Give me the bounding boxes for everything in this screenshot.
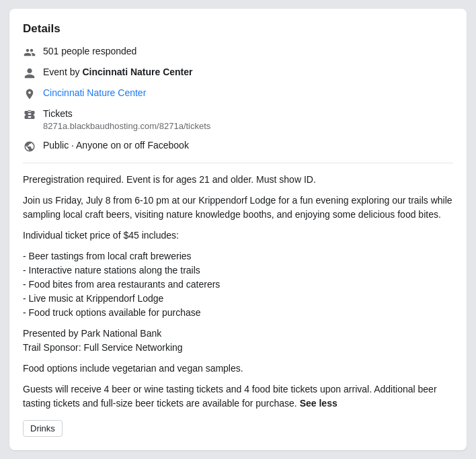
meta-responded: 501 people responded bbox=[23, 45, 453, 59]
desc-food-options: Food options include vegetarian and vega… bbox=[23, 362, 453, 376]
responded-text: 501 people responded bbox=[43, 45, 136, 58]
desc-includes: - Beer tastings from local craft breweri… bbox=[23, 249, 453, 320]
location-link[interactable]: Cincinnati Nature Center bbox=[43, 87, 146, 98]
location-text: Cincinnati Nature Center bbox=[43, 87, 146, 100]
organizer-prefix: Event by bbox=[43, 67, 82, 77]
desc-join: Join us Friday, July 8 from 6-10 pm at o… bbox=[23, 194, 453, 222]
tickets-url: 8271a.blackbaudhosting.com/8271a/tickets bbox=[43, 120, 210, 132]
location-icon bbox=[23, 87, 36, 101]
privacy-text: Public · Anyone on or off Facebook bbox=[43, 139, 189, 153]
tags-row: Drinks bbox=[23, 420, 453, 437]
meta-location: Cincinnati Nature Center bbox=[23, 87, 453, 101]
tickets-text: Tickets 8271a.blackbaudhosting.com/8271a… bbox=[43, 108, 210, 133]
divider bbox=[23, 163, 453, 163]
ticket-icon bbox=[23, 108, 36, 122]
people-icon bbox=[23, 46, 36, 59]
globe-icon bbox=[23, 140, 36, 153]
organizer-text: Event by Cincinnati Nature Center bbox=[43, 66, 193, 79]
tickets-label: Tickets bbox=[43, 108, 73, 119]
person-icon bbox=[23, 67, 36, 80]
organizer-name: Cincinnati Nature Center bbox=[82, 67, 192, 77]
description: Preregistration required. Event is for a… bbox=[23, 173, 453, 411]
desc-ticket-price: Individual ticket price of $45 includes: bbox=[23, 228, 453, 243]
meta-privacy: Public · Anyone on or off Facebook bbox=[23, 139, 453, 153]
meta-organizer: Event by Cincinnati Nature Center bbox=[23, 66, 453, 80]
drinks-tag[interactable]: Drinks bbox=[23, 420, 63, 437]
desc-sponsors: Presented by Park National Bank Trail Sp… bbox=[23, 327, 453, 355]
see-less-button[interactable]: See less bbox=[300, 398, 338, 409]
card-title: Details bbox=[23, 22, 453, 36]
desc-preregistration: Preregistration required. Event is for a… bbox=[23, 173, 453, 187]
details-card: Details 501 people responded Event by Ci… bbox=[9, 9, 467, 451]
meta-tickets: Tickets 8271a.blackbaudhosting.com/8271a… bbox=[23, 108, 453, 133]
desc-guests: Guests will receive 4 beer or wine tasti… bbox=[23, 382, 453, 411]
